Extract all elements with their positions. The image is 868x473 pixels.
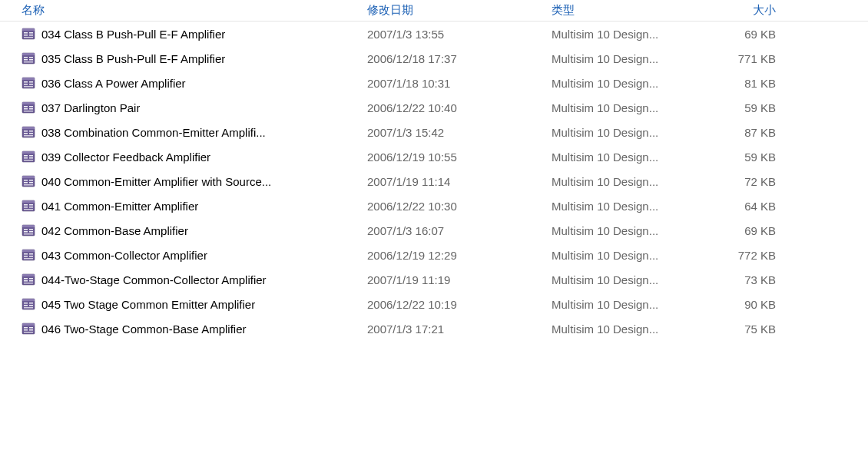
svg-rect-81 [29,303,33,304]
column-header-size[interactable]: 大小 [699,3,799,18]
multisim-file-icon [22,51,35,65]
svg-rect-50 [22,200,35,203]
file-row[interactable]: 035 Class B Push-Pull E-F Amplifier2006/… [0,46,868,71]
column-header-date[interactable]: 修改日期 [361,3,545,18]
file-row[interactable]: 042 Common-Base Amplifier2007/1/3 16:07M… [0,218,868,243]
svg-rect-68 [29,256,33,257]
file-name-cell: 037 Darlington Pair [0,101,361,114]
file-type-cell: Multisim 10 Design... [545,273,699,286]
svg-rect-60 [29,229,33,230]
svg-rect-6 [24,37,33,38]
file-name-cell: 041 Common-Emitter Amplifier [0,199,361,213]
file-row[interactable]: 041 Common-Emitter Amplifier2006/12/22 1… [0,194,868,218]
svg-rect-55 [24,209,33,210]
file-name-cell: 042 Common-Base Amplifier [0,223,361,237]
svg-rect-90 [24,332,33,333]
svg-rect-88 [29,327,33,329]
file-date-cell: 2007/1/3 16:07 [361,224,545,237]
file-row[interactable]: 036 Class A Power Amplifier2007/1/18 10:… [0,71,868,95]
multisim-file-icon [22,174,35,188]
file-size-cell: 75 KB [699,322,799,336]
column-header-type[interactable]: 类型 [545,3,699,18]
file-name-text: 043 Common-Collector Amplifier [41,249,207,262]
file-size-cell: 69 KB [699,224,799,237]
svg-rect-64 [22,250,35,252]
file-row[interactable]: 043 Common-Collector Amplifier2006/12/19… [0,243,868,267]
file-row[interactable]: 039 Collector Feedback Amplifier2006/12/… [0,144,868,169]
file-date-cell: 2006/12/22 10:40 [361,101,545,114]
file-row[interactable]: 040 Common-Emitter Amplifier with Source… [0,169,868,194]
svg-rect-57 [22,225,35,227]
svg-rect-59 [24,231,28,233]
svg-rect-76 [24,283,33,284]
svg-rect-58 [24,229,28,230]
file-type-cell: Multisim 10 Design... [545,126,699,139]
svg-rect-32 [29,131,33,132]
multisim-file-icon [22,273,35,286]
file-date-cell: 2006/12/18 17:37 [361,52,545,65]
file-name-cell: 034 Class B Push-Pull E-F Amplifier [0,27,361,41]
file-type-cell: Multisim 10 Design... [545,322,699,336]
svg-rect-10 [24,59,28,61]
file-date-cell: 2006/12/22 10:30 [361,200,545,213]
column-header-name[interactable]: 名称 [0,3,361,18]
file-name-cell: 038 Combination Common-Emitter Amplifi..… [0,125,361,139]
svg-rect-73 [24,280,28,282]
file-type-cell: Multisim 10 Design... [545,77,699,90]
file-name-text: 039 Collector Feedback Amplifier [41,150,210,164]
file-name-cell: 035 Class B Push-Pull E-F Amplifier [0,51,361,65]
file-list: 名称 修改日期 类型 大小 034 Class B Push-Pull E-F … [0,0,868,341]
svg-rect-40 [29,157,33,159]
file-size-cell: 771 KB [699,52,799,65]
svg-rect-3 [24,35,28,36]
file-date-cell: 2007/1/19 11:19 [361,273,545,286]
svg-rect-20 [24,86,33,88]
file-row[interactable]: 044-Two-Stage Common-Collector Amplifier… [0,267,868,292]
file-type-cell: Multisim 10 Design... [545,175,699,188]
svg-rect-86 [24,327,28,329]
svg-rect-67 [29,253,33,255]
file-date-cell: 2007/1/19 11:14 [361,175,545,188]
svg-rect-24 [24,108,28,110]
file-row[interactable]: 037 Darlington Pair2006/12/22 10:40Multi… [0,95,868,120]
file-name-text: 035 Class B Push-Pull E-F Amplifier [41,52,225,65]
svg-rect-66 [24,256,28,257]
svg-rect-41 [24,160,33,161]
file-name-text: 034 Class B Push-Pull E-F Amplifier [41,28,225,41]
svg-rect-43 [22,176,35,178]
svg-rect-47 [29,182,33,184]
file-row[interactable]: 034 Class B Push-Pull E-F Amplifier2007/… [0,22,868,46]
file-type-cell: Multisim 10 Design... [545,249,699,262]
file-row[interactable]: 038 Combination Common-Emitter Amplifi..… [0,120,868,144]
svg-rect-38 [24,157,28,159]
file-size-cell: 87 KB [699,126,799,139]
file-date-cell: 2006/12/19 12:29 [361,249,545,262]
file-row[interactable]: 046 Two-Stage Common-Base Amplifier2007/… [0,316,868,341]
file-name-text: 045 Two Stage Common Emitter Amplifier [41,298,255,311]
svg-rect-33 [29,133,33,134]
file-name-cell: 043 Common-Collector Amplifier [0,248,361,262]
file-size-cell: 59 KB [699,101,799,114]
file-name-text: 038 Combination Common-Emitter Amplifi..… [41,126,266,139]
svg-rect-23 [24,106,28,108]
file-size-cell: 81 KB [699,77,799,90]
multisim-file-icon [22,76,35,90]
file-name-text: 041 Common-Emitter Amplifier [41,200,198,213]
file-row[interactable]: 045 Two Stage Common Emitter Amplifier20… [0,292,868,316]
svg-rect-44 [24,180,28,181]
svg-rect-51 [24,204,28,206]
svg-rect-48 [24,184,33,186]
file-name-text: 037 Darlington Pair [41,101,140,114]
file-name-text: 044-Two-Stage Common-Collector Amplifier [41,273,267,286]
svg-rect-65 [24,253,28,255]
svg-rect-5 [29,35,33,36]
file-type-cell: Multisim 10 Design... [545,224,699,237]
svg-rect-62 [24,233,33,235]
svg-rect-11 [29,57,33,58]
svg-rect-18 [29,81,33,83]
multisim-file-icon [22,199,35,213]
svg-rect-74 [29,278,33,280]
file-name-text: 040 Common-Emitter Amplifier with Source… [41,175,271,188]
svg-rect-83 [24,307,33,309]
file-size-cell: 64 KB [699,200,799,213]
